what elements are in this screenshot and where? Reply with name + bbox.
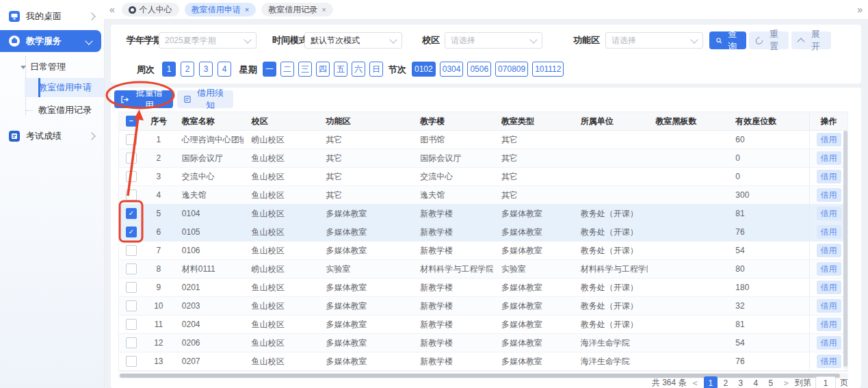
borrow-button[interactable]: 借用	[817, 188, 841, 202]
borrow-button[interactable]: 借用	[817, 170, 841, 183]
borrow-button[interactable]: 借用	[817, 133, 841, 146]
borrow-button[interactable]: 借用	[817, 299, 841, 313]
row-checkbox[interactable]	[126, 337, 137, 348]
cell-boards	[648, 279, 728, 296]
cell-no: 3	[144, 168, 174, 185]
close-icon[interactable]: ×	[321, 5, 326, 14]
week-pill[interactable]: 3	[199, 62, 213, 77]
goto-page-input[interactable]	[815, 376, 836, 388]
borrow-button[interactable]: 借用	[817, 318, 841, 331]
sidebar-item-exam-scores[interactable]: 考试成绩	[0, 128, 104, 144]
tab-personal-center[interactable]: 个人中心	[122, 3, 179, 16]
page-number[interactable]: 5	[764, 376, 778, 388]
search-button[interactable]: 查询	[709, 31, 746, 49]
row-checkbox[interactable]	[126, 300, 137, 311]
week-pill[interactable]: 1	[162, 62, 176, 77]
pagination: 共 364 条 < 12345 > 到第 页	[652, 378, 848, 388]
table-row: 5 0104 鱼山校区 多媒体教室 新教学楼 多媒体教室 教务处（开课） 81 …	[119, 205, 847, 223]
cell-name: 0206	[174, 334, 244, 352]
borrow-button[interactable]: 借用	[817, 336, 841, 350]
col-header-name: 教室名称	[174, 112, 244, 130]
tab-label: 教室借用记录	[268, 4, 317, 16]
row-checkbox[interactable]	[126, 171, 137, 182]
semester-select[interactable]: 2025夏季学期	[159, 32, 257, 49]
borrow-button[interactable]: 借用	[817, 262, 841, 276]
table-header-row: 序号 教室名称 校区 功能区 教学楼 教室类型 所属单位 教室黑板数 有效座位数…	[119, 112, 847, 131]
row-checkbox[interactable]	[126, 227, 137, 237]
period-pill[interactable]: 0304	[440, 62, 464, 77]
cell-no: 9	[144, 279, 174, 296]
batch-borrow-button[interactable]: 批量借用	[114, 90, 173, 108]
sidebar-item-daily-management[interactable]: 日常管理	[0, 59, 104, 75]
week-pill[interactable]: 2	[181, 62, 194, 77]
functional-area-select[interactable]: 请选择	[605, 32, 703, 49]
vertical-scrollbar-thumb[interactable]	[843, 131, 847, 367]
cell-area: 其它	[317, 149, 412, 167]
page-number[interactable]: 2	[719, 376, 733, 388]
borrow-button[interactable]: 借用	[817, 281, 841, 294]
cell-building: 新教学楼	[412, 205, 493, 222]
time-mode-select[interactable]: 默认节次模式	[304, 32, 402, 49]
period-pill[interactable]: 0102	[412, 62, 436, 77]
weekday-pill[interactable]: 三	[298, 62, 312, 77]
campus-select[interactable]: 请选择	[445, 32, 542, 49]
expand-filters-button[interactable]: 展开	[791, 31, 831, 49]
week-pill[interactable]: 4	[218, 62, 231, 77]
row-checkbox[interactable]	[126, 319, 137, 330]
reset-button[interactable]: 重置	[749, 31, 789, 49]
weekday-pill[interactable]: 二	[280, 62, 294, 77]
cell-no: 2	[144, 149, 174, 167]
cell-building: 交流中心	[412, 168, 493, 185]
close-icon[interactable]: ×	[245, 5, 249, 14]
period-pill[interactable]: 070809	[495, 62, 528, 77]
page-number[interactable]: 3	[734, 376, 748, 388]
row-checkbox[interactable]	[126, 245, 137, 256]
row-checkbox[interactable]	[126, 153, 137, 164]
cell-name: 0201	[174, 279, 244, 296]
borrow-button[interactable]: 借用	[817, 225, 841, 239]
weekday-pill[interactable]: 一	[263, 62, 276, 77]
cell-unit: 海洋生命学院	[573, 352, 648, 370]
cell-area: 多媒体教室	[317, 223, 412, 241]
tab-room-borrow-record[interactable]: 教室借用记录 ×	[261, 3, 332, 16]
row-checkbox[interactable]	[126, 134, 137, 145]
borrow-button[interactable]: 借用	[817, 207, 841, 220]
expand-button-label: 展开	[807, 28, 824, 53]
cell-campus: 鱼山校区	[244, 315, 318, 333]
sidebar-item-room-borrow-apply[interactable]: 教室借用申请	[25, 78, 104, 97]
cell-seats: 81	[727, 205, 809, 222]
sidebar-collapse-button[interactable]: «	[109, 4, 115, 15]
cell-type: 多媒体教室	[493, 223, 573, 241]
tabs-overflow-button[interactable]: »	[857, 4, 863, 15]
sidebar-item-my-desktop[interactable]: 我的桌面	[0, 8, 104, 25]
row-checkbox[interactable]	[126, 190, 137, 201]
next-page-icon[interactable]: >	[782, 378, 791, 388]
col-header-unit: 所属单位	[573, 112, 648, 130]
page-number[interactable]: 4	[749, 376, 763, 388]
weekday-pills: 一二三四五六日	[263, 62, 383, 77]
prev-page-icon[interactable]: <	[691, 378, 700, 388]
period-pill[interactable]: 0506	[467, 62, 491, 77]
weekday-pill[interactable]: 四	[316, 62, 330, 77]
cell-campus: 鱼山校区	[244, 186, 318, 204]
tab-room-borrow-apply[interactable]: 教室借用申请 ×	[185, 3, 256, 16]
cell-seats: 76	[727, 223, 809, 241]
borrow-button[interactable]: 借用	[817, 354, 841, 368]
borrow-button[interactable]: 借用	[817, 151, 841, 165]
cell-campus: 鱼山校区	[244, 223, 318, 241]
row-checkbox[interactable]	[126, 356, 137, 367]
borrow-button[interactable]: 借用	[817, 244, 841, 257]
weekday-pill[interactable]: 六	[352, 62, 365, 77]
select-all-checkbox[interactable]	[126, 116, 137, 127]
sidebar-item-teaching-service[interactable]: 教学服务	[0, 30, 101, 52]
period-pill[interactable]: 101112	[532, 62, 564, 77]
row-checkbox[interactable]	[126, 282, 137, 293]
sidebar-item-label: 日常管理	[30, 61, 66, 73]
page-number[interactable]: 1	[704, 376, 718, 388]
borrow-notice-button[interactable]: 借用须知	[177, 90, 233, 108]
row-checkbox[interactable]	[126, 208, 137, 219]
weekday-pill[interactable]: 日	[369, 62, 383, 77]
weekday-pill[interactable]: 五	[334, 62, 347, 77]
cell-unit	[573, 186, 648, 204]
row-checkbox[interactable]	[126, 263, 137, 274]
